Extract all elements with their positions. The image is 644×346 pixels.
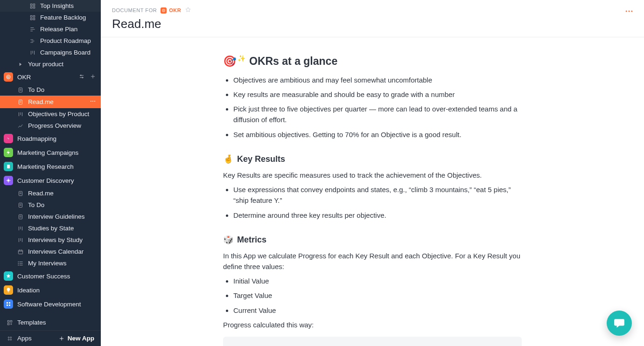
apps-icon <box>7 335 13 342</box>
svg-point-33 <box>8 337 9 338</box>
sidebar-item-marketing-research[interactable]: Marketing Research <box>0 159 101 173</box>
sidebar-item-label: Feature Backlog <box>40 14 86 21</box>
main: DOCUMENT FOR OKR Read.me 🎯 ✨ OKRs at a g… <box>101 0 644 346</box>
sidebar-item-to-do[interactable]: To Do <box>0 199 101 211</box>
favorite-star[interactable] <box>185 7 191 14</box>
list-item: Set ambitious objectives. Getting to 70%… <box>233 129 522 140</box>
sidebar-item-ideation[interactable]: Ideation <box>0 283 101 297</box>
sidebar-item-customer-success[interactable]: Customer Success <box>0 269 101 283</box>
svg-point-41 <box>631 11 632 12</box>
app-badge-icon <box>4 148 13 157</box>
sidebar-item-interview-guidelines[interactable]: Interview Guidelines <box>0 211 101 222</box>
sidebar-item-campaigns-board[interactable]: Campaigns Board <box>0 47 101 58</box>
sidebar-item-software-development[interactable]: Software Development <box>0 297 101 311</box>
dice-emoji-icon: 🎲 <box>223 234 233 247</box>
heading-okrs-at-a-glance: 🎯 ✨ OKRs at a glance <box>223 53 522 70</box>
sidebar-item-release-plan[interactable]: Release Plan <box>0 23 101 35</box>
item-more-button[interactable] <box>90 98 96 106</box>
breadcrumb-app-chip[interactable]: OKR <box>161 7 181 14</box>
sidebar-item-label: Campaigns Board <box>40 49 91 56</box>
sidebar-item-marketing-campaigns[interactable]: Marketing Campaigns <box>0 145 101 159</box>
app-badge-icon <box>4 162 13 171</box>
sidebar-item-customer-discovery[interactable]: Customer Discovery <box>0 173 101 187</box>
document-more-menu[interactable] <box>624 7 634 17</box>
sidebar-item-label: Studies by State <box>28 225 74 232</box>
doc-icon <box>17 99 24 105</box>
svg-point-8 <box>7 75 10 79</box>
svg-rect-32 <box>7 323 9 325</box>
sparkle-emoji-icon: ✨ <box>238 54 245 64</box>
sidebar-apps-row[interactable]: Apps New App <box>0 330 101 346</box>
heading-text: Metrics <box>237 234 266 247</box>
svg-rect-22 <box>18 250 22 254</box>
list-item: Determine around three key results per o… <box>233 210 522 221</box>
app-badge-icon <box>4 285 13 295</box>
more-horizontal-icon <box>624 7 634 16</box>
svg-rect-13 <box>19 100 22 104</box>
svg-rect-31 <box>10 320 12 322</box>
svg-rect-30 <box>7 320 9 322</box>
configure-app-button[interactable] <box>78 73 85 81</box>
sidebar-item-interviews-by-study[interactable]: Interviews by Study <box>0 234 101 246</box>
document-scroll[interactable]: 🎯 ✨ OKRs at a glance Objectives are ambi… <box>101 37 644 346</box>
sidebar-scroll: Top InsightsFeature BacklogRelease PlanP… <box>0 0 101 315</box>
app-badge-icon <box>4 299 13 309</box>
svg-point-25 <box>18 264 19 265</box>
svg-rect-6 <box>30 18 32 20</box>
app-badge-icon <box>4 134 13 143</box>
sidebar-item-label: Customer Discovery <box>17 177 74 184</box>
sidebar-item-okr[interactable]: OKR <box>0 70 101 84</box>
doc-icon <box>17 190 24 197</box>
sidebar-item-label: Marketing Research <box>17 163 74 170</box>
sidebar-item-feature-backlog[interactable]: Feature Backlog <box>0 12 101 23</box>
breadcrumb-prefix: DOCUMENT FOR <box>112 7 157 13</box>
sidebar-item-label: Interviews by Study <box>28 236 83 243</box>
heading-text: OKRs at a glance <box>249 53 337 70</box>
svg-point-36 <box>10 339 12 340</box>
sidebar-item-objectives-by-product[interactable]: Objectives by Product <box>0 108 101 120</box>
svg-rect-17 <box>7 165 10 168</box>
target-icon <box>161 7 167 14</box>
sidebar-item-read-me[interactable]: Read.me <box>0 187 101 199</box>
breadcrumb: DOCUMENT FOR OKR <box>112 7 631 14</box>
board-icon <box>29 49 36 56</box>
svg-rect-28 <box>7 304 8 306</box>
sidebar-item-top-insights[interactable]: Top Insights <box>0 0 101 12</box>
add-view-button[interactable] <box>90 73 96 81</box>
sidebar-item-roadmapping[interactable]: Roadmapping <box>0 131 101 145</box>
sidebar-item-read-me[interactable]: Read.me <box>0 96 101 108</box>
svg-rect-26 <box>7 302 8 304</box>
list-item: Use expressions that convey endpoints an… <box>233 184 522 206</box>
sidebar-templates[interactable]: Templates <box>0 315 101 330</box>
sidebar-item-to-do[interactable]: To Do <box>0 84 101 96</box>
list-item: Current Value <box>233 305 522 316</box>
board-icon <box>17 111 24 118</box>
svg-point-24 <box>18 263 19 263</box>
new-app-label: New App <box>68 335 94 342</box>
svg-rect-4 <box>30 15 32 17</box>
metrics-intro: In this App we calculate Progress for ea… <box>223 250 522 272</box>
breadcrumb-app-label: OKR <box>169 7 181 13</box>
svg-point-23 <box>18 261 19 262</box>
svg-rect-7 <box>33 18 35 20</box>
svg-point-39 <box>626 11 627 12</box>
sidebar-item-my-interviews[interactable]: My Interviews <box>0 257 101 269</box>
sidebar-item-label: Release Plan <box>40 26 77 33</box>
target-emoji-icon: 🎯 <box>223 53 237 70</box>
svg-point-15 <box>92 101 93 102</box>
sidebar-item-progress-overview[interactable]: Progress Overview <box>0 120 101 131</box>
svg-rect-5 <box>33 15 35 17</box>
svg-point-38 <box>163 10 164 11</box>
sidebar-item-interviews-calendar[interactable]: Interviews Calendar <box>0 246 101 257</box>
new-app-button[interactable]: New App <box>58 335 94 342</box>
grid-icon <box>29 14 36 21</box>
sidebar-item-label: Customer Success <box>17 273 70 280</box>
chat-support-button[interactable] <box>607 311 632 336</box>
sidebar-item-your-product[interactable]: Your product <box>0 58 101 70</box>
sidebar-item-studies-by-state[interactable]: Studies by State <box>0 222 101 234</box>
svg-rect-0 <box>30 4 32 6</box>
svg-rect-2 <box>30 7 32 8</box>
svg-rect-12 <box>19 88 22 92</box>
sidebar-item-product-roadmap[interactable]: Product Roadmap <box>0 35 101 47</box>
fingers-crossed-emoji-icon: 🤞 <box>223 153 233 166</box>
